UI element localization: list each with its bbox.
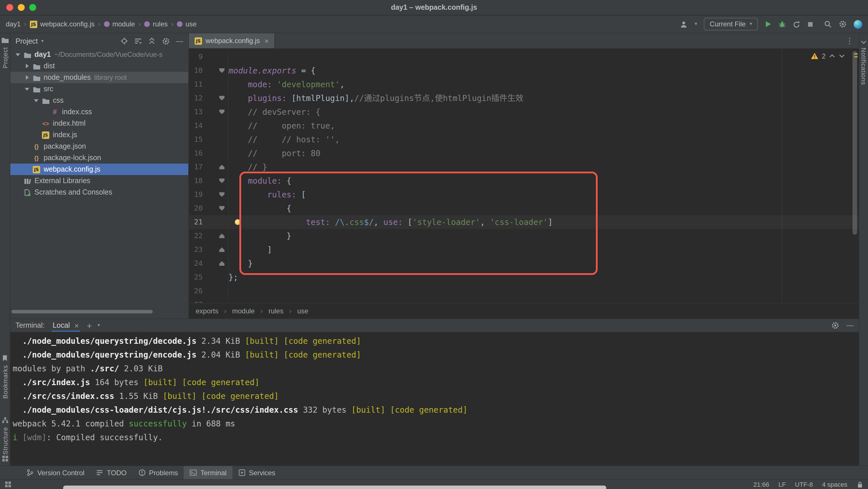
- line-number[interactable]: 10: [189, 64, 203, 77]
- scrollbar-thumb[interactable]: [852, 51, 857, 235]
- line-number[interactable]: 25: [189, 270, 203, 284]
- terminal-tab-dropdown-icon[interactable]: ▾: [98, 323, 100, 328]
- terminal-tab-local[interactable]: Local ×: [50, 319, 81, 332]
- code-line-15[interactable]: 15 // // host: '',: [189, 133, 859, 146]
- tree-item-external-libraries[interactable]: External Libraries: [10, 175, 188, 187]
- status-widget-4-spaces[interactable]: 4 spaces: [822, 481, 847, 488]
- code-line-18[interactable]: 18 module: {: [189, 174, 859, 188]
- prev-problem-icon[interactable]: [829, 54, 835, 58]
- stripe-button-structure[interactable]: Structure: [1, 427, 8, 455]
- line-number[interactable]: 21: [189, 215, 203, 229]
- line-number[interactable]: 18: [189, 174, 203, 188]
- status-widget-utf-8[interactable]: UTF-8: [795, 481, 813, 488]
- line-number[interactable]: 19: [189, 188, 203, 201]
- line-number[interactable]: 23: [189, 243, 203, 257]
- tree-item-package-lock-json[interactable]: {}package-lock.json: [10, 152, 188, 164]
- editor-breadcrumb-use[interactable]: use: [297, 307, 308, 315]
- settings-gear-icon[interactable]: [839, 20, 847, 28]
- close-window-button[interactable]: [6, 4, 13, 11]
- tree-item-package-json[interactable]: {}package.json: [10, 141, 188, 152]
- hide-panel-icon[interactable]: —: [176, 37, 183, 45]
- fold-down-icon[interactable]: [219, 206, 224, 210]
- toolwindow-button-problems[interactable]: Problems: [132, 466, 184, 479]
- panel-settings-gear-icon[interactable]: [162, 37, 169, 45]
- code-line-10[interactable]: 10module.exports = {: [189, 64, 859, 77]
- code-line-13[interactable]: 13 // devServer: {: [189, 105, 859, 119]
- tree-chevron-icon[interactable]: [23, 64, 31, 68]
- nav-breadcrumb-day1[interactable]: day1: [6, 20, 21, 28]
- status-widget-21-66[interactable]: 21:66: [753, 481, 769, 488]
- debug-button[interactable]: [778, 20, 786, 28]
- terminal-output[interactable]: ./node_modules/querystring/decode.js 2.3…: [10, 333, 859, 465]
- code-line-14[interactable]: 14 // open: true,: [189, 119, 859, 133]
- coverage-button[interactable]: [793, 20, 800, 28]
- line-number[interactable]: 22: [189, 229, 203, 243]
- fold-up-icon[interactable]: [219, 165, 224, 169]
- fold-down-icon[interactable]: [219, 68, 224, 73]
- code-line-17[interactable]: 17 // }: [189, 160, 859, 174]
- stripe-button-notifications[interactable]: Notifications: [860, 47, 867, 85]
- run-button[interactable]: [765, 21, 772, 28]
- next-problem-icon[interactable]: [839, 54, 845, 58]
- tree-chevron-icon[interactable]: [32, 99, 40, 102]
- editor-breadcrumb-rules[interactable]: rules: [268, 307, 283, 315]
- tree-item-scratches-and-consoles[interactable]: Scratches and Consoles: [10, 187, 188, 198]
- toolwindow-button-services[interactable]: Services: [232, 466, 281, 479]
- code-line-27[interactable]: 27: [189, 298, 859, 303]
- fold-down-icon[interactable]: [219, 192, 224, 197]
- line-number[interactable]: 17: [189, 160, 203, 174]
- tree-item-src[interactable]: src: [10, 83, 188, 95]
- tab-options-icon[interactable]: ⋮: [840, 33, 859, 48]
- intention-bulb-icon[interactable]: [235, 219, 241, 225]
- editor-scrollbar[interactable]: [851, 49, 859, 303]
- code-line-16[interactable]: 16 // port: 80: [189, 146, 859, 160]
- line-number[interactable]: 27: [189, 298, 203, 303]
- nav-breadcrumb-webpack-config-js[interactable]: JSwebpack.config.js: [30, 20, 94, 28]
- line-number[interactable]: 9: [189, 50, 203, 64]
- line-number[interactable]: 11: [189, 77, 203, 91]
- tree-item-index-html[interactable]: <>index.html: [10, 118, 188, 129]
- tree-item-webpack-config-js[interactable]: JSwebpack.config.js: [10, 164, 188, 175]
- code-line-19[interactable]: 19 rules: [: [189, 188, 859, 201]
- hide-terminal-icon[interactable]: —: [846, 321, 854, 329]
- close-tab-icon[interactable]: ×: [265, 36, 269, 45]
- zoom-window-button[interactable]: [29, 4, 36, 11]
- search-everywhere-icon[interactable]: [824, 20, 832, 28]
- tree-item-css[interactable]: css: [10, 95, 188, 106]
- inspection-widget[interactable]: 2: [810, 52, 845, 60]
- line-number[interactable]: 13: [189, 105, 203, 119]
- code-line-25[interactable]: 25};: [189, 270, 859, 284]
- fold-up-icon[interactable]: [219, 261, 224, 266]
- nav-breadcrumb-use[interactable]: use: [177, 20, 197, 28]
- fold-up-icon[interactable]: [219, 248, 224, 252]
- collapse-all-icon[interactable]: [148, 37, 155, 45]
- project-panel-title[interactable]: Project: [16, 37, 38, 45]
- editor-breadcrumb-module[interactable]: module: [232, 307, 255, 315]
- stop-button[interactable]: [807, 21, 813, 27]
- stripe-button-project[interactable]: Project: [1, 47, 8, 68]
- editor-tab-webpack-config[interactable]: JS webpack.config.js ×: [189, 33, 275, 48]
- fold-down-icon[interactable]: [219, 110, 224, 114]
- project-horizontal-scrollbar[interactable]: [10, 309, 188, 314]
- minimize-window-button[interactable]: [18, 4, 25, 11]
- code-line-12[interactable]: 12 plugins: [htmlPlugin],//通过plugins节点,使…: [189, 91, 859, 105]
- toolwindow-button-todo[interactable]: TODO: [90, 466, 132, 479]
- nav-breadcrumb-module[interactable]: module: [104, 20, 135, 28]
- status-widget-lf[interactable]: LF: [778, 481, 786, 488]
- tree-chevron-icon[interactable]: [23, 75, 31, 80]
- line-number[interactable]: 15: [189, 133, 203, 146]
- nav-breadcrumb-rules[interactable]: rules: [144, 20, 167, 28]
- tree-item-day1[interactable]: day1~/Documents/Code/VueCode/vue-s: [10, 49, 188, 60]
- line-number[interactable]: 24: [189, 257, 203, 270]
- editor-breadcrumb-exports[interactable]: exports: [196, 307, 218, 315]
- close-terminal-tab-icon[interactable]: ×: [74, 321, 79, 330]
- stripe-button-bookmarks[interactable]: Bookmarks: [1, 365, 8, 399]
- code-line-23[interactable]: 23 ]: [189, 243, 859, 257]
- tree-chevron-icon[interactable]: [14, 53, 22, 56]
- user-icon[interactable]: [680, 20, 688, 28]
- code-line-22[interactable]: 22 }: [189, 229, 859, 243]
- line-number[interactable]: 16: [189, 146, 203, 160]
- view-options-icon[interactable]: [134, 37, 142, 45]
- code-line-24[interactable]: 24 }: [189, 257, 859, 270]
- new-terminal-session-icon[interactable]: +: [87, 321, 92, 330]
